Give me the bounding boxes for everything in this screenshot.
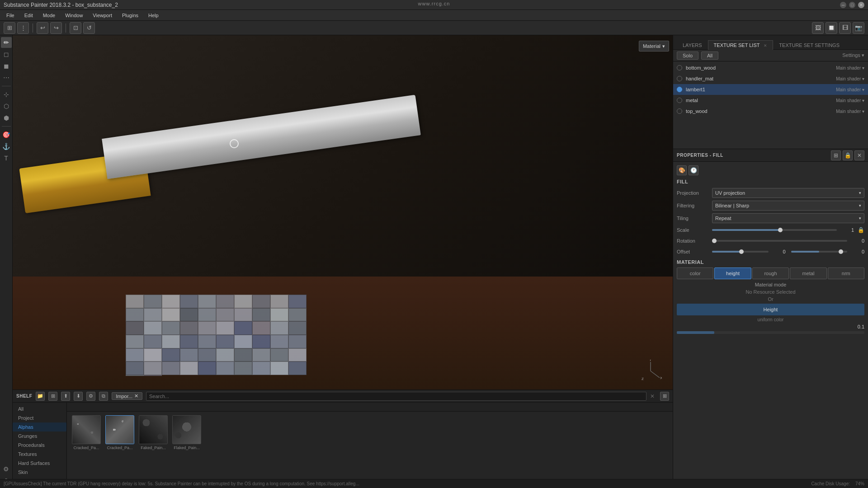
shelf-tag-close[interactable]: ✕	[134, 393, 138, 399]
menu-plugins[interactable]: Plugins	[118, 12, 143, 19]
tool-fill[interactable]: ◼	[1, 61, 12, 71]
tab-layers[interactable]: LAYERS	[677, 40, 708, 50]
texture-radio-lambert1[interactable]	[677, 87, 682, 92]
properties-clock-btn[interactable]: 🕐	[689, 165, 698, 175]
viewport-icon-3[interactable]: 🎞	[839, 22, 851, 34]
properties-lock-btn[interactable]: 🔒	[843, 150, 853, 160]
shelf-category-textures[interactable]: Textures	[13, 450, 66, 459]
tool-polygon[interactable]: ⬢	[1, 113, 12, 123]
toolbar-redo-btn[interactable]: ↪	[50, 22, 62, 34]
minimize-button[interactable]: ─	[840, 2, 846, 8]
bottom-slider[interactable]	[677, 331, 864, 334]
solo-button[interactable]: Solo	[677, 52, 698, 60]
rotation-slider-thumb[interactable]	[712, 239, 717, 243]
shelf-category-procedurals[interactable]: Procedurals	[13, 441, 66, 450]
tab-texture-set-close[interactable]: ✕	[764, 43, 767, 48]
shelf-category-skin[interactable]: Skin	[13, 468, 66, 477]
tab-texture-set-settings[interactable]: TEXTURE SET SETTINGS	[773, 40, 845, 50]
offset-y-slider-track[interactable]	[791, 251, 848, 253]
texture-shader-lambert1[interactable]: Main shader	[836, 87, 864, 92]
properties-pin-btn[interactable]: ⊞	[831, 150, 841, 160]
menu-mode[interactable]: Mode	[38, 12, 60, 19]
shelf-folder-btn[interactable]: 📁	[36, 392, 45, 401]
scale-lock-icon[interactable]: 🔒	[858, 227, 864, 233]
mat-nrm-btn[interactable]: nrm	[828, 267, 864, 279]
menu-edit[interactable]: Edit	[20, 12, 38, 19]
texture-item-bottom-wood[interactable]: bottom_wood Main shader	[673, 62, 868, 73]
texture-radio-handler-mat[interactable]	[677, 76, 682, 81]
texture-shader-handler-mat[interactable]: Main shader	[836, 76, 864, 81]
maximize-button[interactable]: □	[849, 2, 855, 8]
shelf-category-hard-surfaces[interactable]: Hard Surfaces	[13, 459, 66, 468]
texture-shader-top-wood[interactable]: Main shader	[836, 109, 864, 114]
shelf-import-btn[interactable]: ⬆	[61, 392, 70, 401]
shelf-panel-close[interactable]: ✕	[650, 393, 655, 399]
properties-close-btn[interactable]: ✕	[854, 150, 864, 160]
scale-slider-track[interactable]	[712, 229, 837, 231]
shelf-tile-btn[interactable]: ⊞	[660, 392, 669, 401]
mat-metal-btn[interactable]: metal	[790, 267, 826, 279]
shelf-category-all[interactable]: All	[13, 404, 66, 413]
shelf-item-flaked-1[interactable]: Flaked_Pain...	[171, 415, 203, 450]
tab-texture-set-list[interactable]: TEXTURE SET LIST ✕	[708, 40, 774, 50]
offset-x-slider-track[interactable]	[712, 251, 769, 253]
tool-mask[interactable]: ⬡	[1, 101, 12, 112]
texture-radio-metal[interactable]	[677, 98, 682, 103]
tool-settings[interactable]: ⚙	[1, 464, 12, 474]
viewport-icon-4[interactable]: 📷	[853, 22, 864, 34]
texture-radio-top-wood[interactable]	[677, 108, 682, 114]
texture-item-top-wood[interactable]: top_wood Main shader	[673, 106, 868, 117]
shelf-item-faked-1[interactable]: Faked_Pain...	[137, 415, 169, 450]
shelf-maximize-btn[interactable]: ⧉	[99, 392, 108, 401]
shelf-export-btn[interactable]: ⬇	[74, 392, 83, 401]
shelf-item-cracked-1[interactable]: Cracked_Pa...	[71, 415, 102, 450]
mat-height-btn[interactable]: height	[714, 267, 751, 279]
tool-smudge[interactable]: ⋯	[1, 72, 12, 83]
toolbar-frame-btn[interactable]: ⊡	[70, 22, 81, 34]
shelf-category-project[interactable]: Project	[13, 413, 66, 422]
shelf-tag-import[interactable]: Impor... ✕	[112, 392, 142, 400]
toolbar-grid-btn[interactable]: ⋮	[17, 22, 29, 34]
menu-file[interactable]: File	[2, 12, 19, 19]
offset-y-slider-thumb[interactable]	[839, 249, 843, 254]
tool-text[interactable]: T	[1, 153, 12, 164]
tiling-dropdown[interactable]: Repeat	[712, 213, 864, 223]
viewport-icon-2[interactable]: 🔲	[826, 22, 837, 34]
texture-shader-bottom-wood[interactable]: Main shader	[836, 66, 864, 70]
texture-radio-bottom-wood[interactable]	[677, 65, 682, 70]
toolbar-reset-btn[interactable]: ↺	[83, 22, 95, 34]
shelf-grid-btn[interactable]: ⊞	[48, 392, 57, 401]
texture-shader-metal[interactable]: Main shader	[836, 98, 864, 103]
settings-dropdown[interactable]: Settings ▾	[842, 52, 864, 58]
shelf-category-alphas[interactable]: Alphas	[13, 422, 66, 432]
viewport-mode-dropdown[interactable]: Material ▾	[639, 41, 669, 52]
offset-x-slider-thumb[interactable]	[739, 249, 744, 254]
tool-eraser[interactable]: ◻	[1, 49, 12, 60]
filtering-dropdown[interactable]: Bilinear | Sharp	[712, 201, 864, 211]
projection-dropdown[interactable]: UV projection	[712, 188, 864, 198]
mat-color-btn[interactable]: color	[677, 267, 713, 279]
texture-item-handler-mat[interactable]: handler_mat Main shader	[673, 73, 868, 84]
mat-rough-btn[interactable]: rough	[752, 267, 789, 279]
shelf-search-input[interactable]	[146, 392, 646, 401]
viewport-icon-1[interactable]: 🖼	[812, 22, 824, 34]
texture-item-metal[interactable]: metal Main shader	[673, 95, 868, 106]
rotation-slider-track[interactable]	[712, 240, 847, 242]
menu-help[interactable]: Help	[144, 12, 163, 19]
shelf-item-cracked-2[interactable]: Cracked_Pa...	[104, 415, 136, 450]
scale-slider-thumb[interactable]	[778, 228, 783, 232]
viewport[interactable]: X Y Z	[13, 35, 673, 389]
height-btn-bar[interactable]: Height	[677, 304, 864, 315]
tool-paint[interactable]: ✏	[1, 37, 12, 48]
tool-select[interactable]: ⊹	[1, 89, 12, 100]
shelf-filter-btn[interactable]: ⚙	[86, 392, 95, 401]
menu-window[interactable]: Window	[61, 12, 87, 19]
properties-color-mode-btn[interactable]: 🎨	[677, 165, 687, 175]
close-button[interactable]: ✕	[858, 2, 864, 8]
texture-item-lambert1[interactable]: lambert1 Main shader	[673, 84, 868, 95]
toolbar-undo-btn[interactable]: ↩	[37, 22, 48, 34]
tool-bake[interactable]: 🎯	[1, 129, 12, 140]
shelf-category-grunges[interactable]: Grunges	[13, 432, 66, 441]
all-button[interactable]: All	[701, 52, 718, 60]
menu-viewport[interactable]: Viewport	[88, 12, 117, 19]
